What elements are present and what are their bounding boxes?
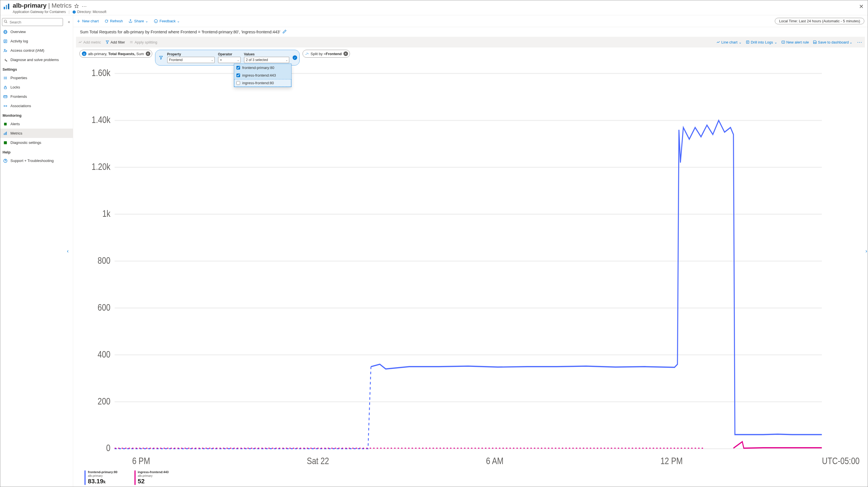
support-icon: [3, 159, 8, 163]
sidebar-item-locks[interactable]: Locks: [0, 83, 73, 92]
filter-operator-select[interactable]: =⌄: [218, 57, 241, 63]
filter-value-option-label: frontend-primary:80: [242, 65, 274, 70]
globe-icon: [3, 30, 8, 34]
nav-section-settings: Settings: [0, 64, 73, 73]
svg-text:Sat 22: Sat 22: [307, 456, 329, 466]
drill-into-logs-button[interactable]: Drill into Logs⌄: [746, 40, 777, 45]
resource-name: alb-primary: [13, 2, 46, 9]
sidebar-item-overview[interactable]: Overview: [0, 27, 73, 36]
collapse-sidebar-icon[interactable]: «: [68, 20, 70, 24]
sidebar-item-associations[interactable]: Associations: [0, 101, 73, 111]
edit-title-icon[interactable]: [282, 29, 287, 34]
more-icon[interactable]: ⋯: [82, 3, 87, 9]
sidebar-item-label: Alerts: [10, 122, 20, 126]
sidebar-item-support-troubleshooting[interactable]: Support + Troubleshooting: [0, 156, 73, 165]
filter-value-option-label: ingress-frontend:80: [242, 81, 274, 85]
filter-value-option[interactable]: ingress-frontend:80: [234, 79, 291, 87]
metrics-chart[interactable]: 1.60k1.40k1.20k1k80060040020006 PMSat 22…: [81, 68, 864, 469]
splitting-pill[interactable]: Split by = Frontend ✕: [303, 50, 350, 58]
svg-rect-28: [4, 134, 4, 135]
sidebar-item-properties[interactable]: Properties: [0, 73, 73, 83]
sidebar-item-label: Support + Troubleshooting: [10, 159, 54, 163]
save-to-dashboard-button[interactable]: Save to dashboard⌄: [813, 40, 852, 45]
favorite-star-icon[interactable]: [74, 4, 79, 9]
prev-chart-chevron-icon[interactable]: ‹: [66, 247, 70, 255]
apply-splitting-button[interactable]: Apply splitting: [129, 40, 157, 45]
svg-point-7: [4, 20, 6, 22]
feedback-button[interactable]: Feedback⌄: [154, 19, 180, 23]
svg-rect-27: [4, 123, 6, 125]
chart-type-selector[interactable]: Line chart⌄: [716, 40, 742, 45]
filter-values-dropdown: frontend-primary:80 ingress-frontend:443…: [234, 64, 291, 87]
filter-values-select[interactable]: 2 of 3 selected⌄: [244, 57, 289, 63]
chart-title-row: Sum Total Requests for alb-primary by Fr…: [73, 27, 868, 37]
svg-point-16: [4, 49, 5, 50]
search-icon: [4, 20, 8, 24]
sidebar-item-access-control-iam-[interactable]: Access control (IAM): [0, 46, 73, 55]
svg-rect-21: [4, 87, 6, 89]
legend-color-bar: [85, 470, 86, 485]
svg-rect-31: [4, 141, 7, 144]
svg-marker-3: [75, 4, 79, 8]
metrics-icon: [3, 131, 8, 136]
svg-text:800: 800: [98, 255, 111, 265]
more-chart-options-icon[interactable]: ⋯: [857, 39, 863, 45]
add-metric-button[interactable]: Add metric: [78, 40, 101, 45]
sidebar-item-label: Overview: [10, 30, 26, 34]
svg-point-25: [6, 106, 7, 106]
new-chart-button[interactable]: New chart: [76, 19, 99, 23]
checkbox-icon[interactable]: [237, 81, 240, 85]
checkbox-icon[interactable]: [237, 66, 240, 69]
svg-rect-1: [6, 5, 7, 9]
legend-series-name: ingress-frontend:443: [138, 470, 168, 474]
remove-metric-icon[interactable]: ✕: [146, 52, 150, 56]
legend-item[interactable]: frontend-primary:80alb-primary83.19k: [85, 470, 118, 485]
apply-filter-check-icon[interactable]: ✓: [292, 55, 297, 60]
svg-rect-43: [746, 41, 749, 43]
svg-rect-2: [8, 4, 9, 9]
checkbox-icon[interactable]: [237, 74, 240, 77]
metrics-logo-icon: [3, 3, 10, 10]
sidebar-item-metrics[interactable]: Metrics: [0, 128, 73, 138]
legend-item[interactable]: ingress-frontend:443alb-primary52: [134, 470, 168, 485]
frontends-icon: [3, 94, 8, 99]
sidebar-item-label: Metrics: [10, 131, 22, 135]
refresh-button[interactable]: Refresh: [104, 19, 123, 23]
sidebar-item-diagnostic-settings[interactable]: Diagnostic settings: [0, 138, 73, 147]
legend-series-value: 52: [138, 478, 168, 485]
svg-marker-49: [159, 56, 162, 59]
close-icon[interactable]: ✕: [859, 3, 864, 10]
diag-icon: [3, 141, 8, 145]
split-scatter-icon: [305, 52, 309, 56]
svg-text:1.20k: 1.20k: [92, 162, 111, 172]
filter-editor: Property Frontend⌄ Operator =⌄ Values: [155, 50, 300, 65]
filter-operator-label: Operator: [218, 52, 241, 56]
legend-series-value: 83.19k: [88, 478, 118, 485]
resource-type-label: Application Gateway for Containers: [13, 10, 66, 14]
svg-text:12 PM: 12 PM: [660, 456, 683, 466]
svg-text:600: 600: [98, 302, 111, 312]
remove-split-icon[interactable]: ✕: [343, 52, 348, 56]
share-button[interactable]: Share⌄: [128, 19, 148, 23]
directory-label: Directory: Microsoft: [77, 10, 106, 14]
new-alert-rule-button[interactable]: New alert rule: [781, 40, 809, 45]
sidebar-item-diagnose-and-solve-problems[interactable]: Diagnose and solve problems: [0, 55, 73, 64]
next-chart-chevron-icon[interactable]: ›: [864, 247, 868, 255]
sidebar-item-frontends[interactable]: Frontends: [0, 92, 73, 101]
add-filter-button[interactable]: Add filter: [105, 40, 125, 45]
sidebar-item-alerts[interactable]: Alerts: [0, 119, 73, 128]
legend-series-name: frontend-primary:80: [88, 470, 118, 474]
sidebar-item-activity-log[interactable]: Activity log: [0, 36, 73, 46]
filter-value-option[interactable]: frontend-primary:80: [234, 64, 291, 71]
svg-point-24: [4, 106, 5, 106]
time-range-picker[interactable]: Local Time: Last 24 hours (Automatic - 5…: [775, 18, 864, 24]
metric-pill[interactable]: ◎ alb-primary, Total Requests, Sum ✕: [80, 50, 152, 58]
svg-text:6 AM: 6 AM: [486, 456, 504, 466]
svg-line-8: [6, 22, 7, 23]
filter-value-option[interactable]: ingress-frontend:443: [234, 71, 291, 79]
filter-property-select[interactable]: Frontend⌄: [167, 57, 215, 63]
search-input[interactable]: [2, 18, 63, 26]
nav-section-help: Help: [0, 147, 73, 156]
sidebar-item-label: Frontends: [10, 94, 27, 98]
activity-icon: [3, 39, 8, 44]
